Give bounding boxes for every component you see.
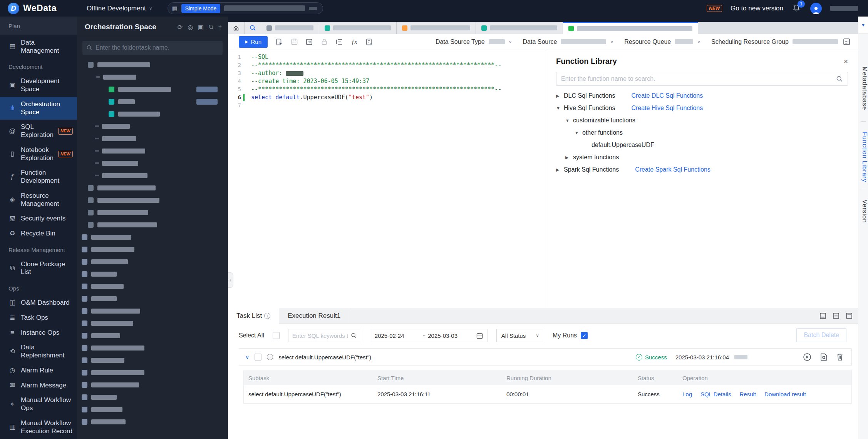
sidebar-item-orchestration-space[interactable]: ⋔Orchestration Space [0,97,77,120]
function-tree-row[interactable]: ▶DLC Sql FunctionsCreate DLC Sql Functio… [556,90,848,102]
import-icon[interactable]: ⧉ [209,23,213,31]
tree-expanded-arrow-icon[interactable]: ▼ [575,130,582,135]
tree-row[interactable] [77,292,228,305]
my-runs-checkbox[interactable]: ✓ [581,332,588,339]
search-tab[interactable] [245,22,261,34]
create-function-link[interactable]: Create Spark Sql Functions [635,166,710,173]
tree-row[interactable] [77,280,228,292]
function-tree-label[interactable]: Spark Sql Functions [564,166,619,173]
expand-task-icon[interactable]: ∨ [245,354,249,360]
tree-row[interactable] [77,317,228,329]
brand-logo[interactable]: D WeData [0,3,64,14]
tree-row[interactable] [77,268,228,280]
bottom-tab-execution-result1[interactable]: Execution Result1 [279,308,349,323]
run-button[interactable]: ▶ Run [239,36,268,48]
tree-row[interactable] [77,243,228,255]
editor-tab-1[interactable] [261,22,319,34]
sql-editor[interactable]: 1--SQL2--*******************************… [228,50,546,308]
sidebar-item-manual-workflow-execution-record[interactable]: ▥Manual Workflow Execution Record [0,416,77,439]
code-line[interactable]: 4--create time: 2023-06-05 15:49:37 [228,77,546,85]
sidebar-item-resource-management[interactable]: ◈Resource Management [0,189,77,211]
tree-collapsed-arrow-icon[interactable]: ▶ [556,167,564,172]
code-line[interactable]: 1--SQL [228,53,546,61]
function-tree-label[interactable]: other functions [582,129,623,136]
tree-row[interactable] [77,354,228,366]
sidebar-item-notebook-exploration[interactable]: ▯Notebook ExplorationNEW [0,143,77,165]
project-name-redacted[interactable] [224,5,305,11]
tree-row[interactable] [77,132,228,145]
function-tree-label[interactable]: DLC Sql Functions [564,92,615,99]
run-plan-icon[interactable] [275,37,284,47]
tree-row[interactable] [77,58,228,71]
save-icon[interactable] [290,37,299,47]
document-icon[interactable]: ▣ [198,23,204,31]
task-row[interactable]: ∨ i select default.UppercaseUDF("test") … [239,348,852,366]
editor-tab-3[interactable] [397,22,476,34]
function-tree-label[interactable]: customizable functions [573,117,635,124]
batch-delete-button[interactable]: Batch Delete [796,328,846,342]
code-line[interactable]: 7 [228,102,546,110]
minimize-panel-icon[interactable] [833,312,840,319]
tree-row[interactable] [77,182,228,194]
tree-row[interactable] [77,342,228,354]
go-to-new-version-link[interactable]: Go to new version [731,5,783,12]
sidebar-item-alarm-rule[interactable]: ◷Alarm Rule [0,363,77,378]
tab-overflow-dropdown[interactable]: ▼ [858,17,868,34]
task-checkbox[interactable] [255,354,261,361]
tree-row[interactable] [77,305,228,317]
tree-row[interactable] [77,366,228,379]
setting-value-redacted[interactable] [793,39,838,44]
locate-icon[interactable]: ◎ [188,23,193,31]
format-icon[interactable] [335,37,344,47]
save-as-icon[interactable] [305,37,314,47]
editor-tab-5[interactable] [563,22,698,34]
refresh-icon[interactable]: ⟳ [178,23,183,31]
close-icon[interactable]: × [844,57,848,66]
tree-row[interactable] [77,169,228,182]
code-line[interactable]: 6select default.UppercaseUDF("test") [228,93,546,102]
sidebar-item-development-space[interactable]: ▣Development Space [0,74,77,97]
function-search-input[interactable] [561,75,833,82]
code-line[interactable]: 5--*************************************… [228,85,546,93]
sidebar-item-clone-package-list[interactable]: ⧉Clone Package List [0,257,77,280]
function-tree-row[interactable]: ▶system functions [556,151,848,164]
tree-expanded-arrow-icon[interactable]: ▼ [565,118,573,123]
sidebar-item-alarm-message[interactable]: ✉Alarm Message [0,378,77,393]
tree-row[interactable] [77,120,228,132]
tree-row[interactable] [77,391,228,403]
tree-row[interactable] [77,157,228,169]
sidebar-item-task-ops[interactable]: ≣Task Ops [0,310,77,325]
simple-mode-button[interactable]: Simple Mode [181,4,221,13]
status-filter-select[interactable]: All Status ∨ [496,329,544,342]
tree-row[interactable] [77,329,228,342]
setting-value-redacted[interactable] [675,39,693,44]
select-all-checkbox[interactable] [273,332,280,339]
dock-bottom-icon[interactable] [819,312,826,319]
code-line[interactable]: 2--*************************************… [228,61,546,69]
add-icon[interactable]: + [218,23,222,31]
editor-tab-4[interactable] [476,22,563,34]
create-function-link[interactable]: Create DLC Sql Functions [631,92,703,99]
function-tree-row[interactable]: ▼other functions [556,127,848,139]
tree-row[interactable] [77,255,228,268]
tree-row[interactable] [77,145,228,157]
bottom-tab-task-list[interactable]: Task Listi [228,308,279,324]
sql-detail-doc-icon[interactable] [820,353,828,361]
function-tree-label[interactable]: Hive Sql Functions [564,105,615,112]
rerun-icon[interactable] [803,353,811,361]
notifications-button[interactable]: 1 [792,3,802,13]
lock-icon[interactable] [320,37,329,47]
sidebar-item-data-replenishment[interactable]: ⟲Data Replenishment [0,340,77,363]
sidebar-item-function-development[interactable]: ƒFunction Development [0,165,77,188]
search-icon[interactable] [351,332,357,339]
home-tab[interactable] [228,22,245,34]
tree-row[interactable] [77,206,228,219]
maximize-panel-icon[interactable] [846,312,853,319]
tree-row[interactable] [77,219,228,231]
tree-collapsed-arrow-icon[interactable]: ▶ [565,155,573,160]
tree-row[interactable] [77,416,228,428]
sidebar-item-recycle-bin[interactable]: ♻Recycle Bin [0,226,77,241]
tree-collapsed-arrow-icon[interactable]: ▶ [556,93,564,98]
function-fx-icon[interactable]: ƒx [350,37,359,47]
operation-link-log[interactable]: Log [682,391,692,397]
